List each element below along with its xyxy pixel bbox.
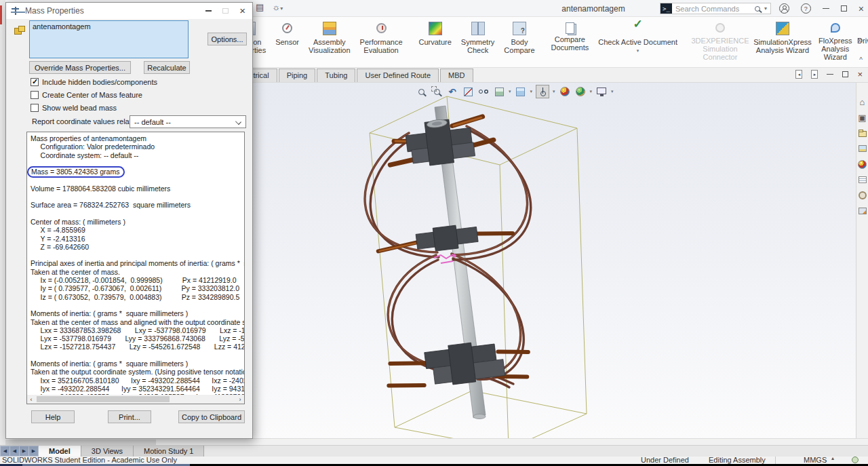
account-icon[interactable]	[779, 3, 789, 14]
view-palette-icon[interactable]	[857, 174, 868, 185]
check-active-document-caret-icon[interactable]: ▾	[637, 47, 639, 55]
results-line	[31, 210, 244, 218]
ribbon-symmetry-check[interactable]: Symmetry Check	[456, 17, 500, 67]
results-line: Taken at the center of mass and aligned …	[31, 318, 244, 326]
design-library-icon[interactable]	[857, 128, 868, 138]
view-orientation-button[interactable]	[536, 85, 549, 98]
ribbon-overflow-button[interactable]: »	[858, 35, 863, 45]
annotation-views-caret-icon[interactable]: ▾	[509, 89, 511, 94]
options-button[interactable]: Options...	[208, 33, 247, 45]
results-line: Z = -69.642660	[31, 243, 244, 251]
units-caret-icon[interactable]: ▴	[831, 455, 834, 461]
help-icon[interactable]: ?	[801, 3, 811, 14]
checkbox-include-hidden[interactable]: Include hidden bodies/components	[31, 78, 157, 86]
ribbon-body-compare[interactable]: Body Compare	[499, 17, 539, 67]
display-style-caret-icon[interactable]: ▾	[530, 89, 533, 94]
dialog-titlebar[interactable]: Mass Properties ×	[6, 3, 252, 19]
mass-properties-results[interactable]: Mass properties of antenamontagem Config…	[26, 132, 245, 404]
search-commands-box[interactable]: >_ Search Commands ▾	[660, 3, 771, 14]
custom-properties-icon[interactable]	[857, 190, 868, 201]
horizontal-scrollbar[interactable]	[0, 438, 868, 445]
next-document-icon[interactable]: ▸	[811, 70, 818, 79]
ribbon-check-active-document[interactable]: Check Active Document▾	[593, 17, 682, 67]
previous-document-icon[interactable]: ◂	[795, 70, 802, 79]
apply-scene-caret-icon[interactable]: ▾	[590, 89, 593, 94]
ribbon-compare-documents[interactable]: Compare Documents	[547, 17, 594, 67]
copy-to-clipboard-button[interactable]: Copy to Clipboard	[178, 410, 245, 423]
last-tab-icon[interactable]: ▶	[29, 446, 38, 456]
search-input[interactable]: Search Commands	[672, 5, 755, 13]
dialog-close-button[interactable]: ×	[239, 7, 245, 14]
document-close-button[interactable]: ×	[857, 71, 863, 78]
prev-tab-icon[interactable]: ◀	[10, 446, 19, 456]
tab-model[interactable]: Model	[39, 446, 81, 457]
checkbox-icon[interactable]	[31, 91, 39, 99]
annotation-views-icon[interactable]	[493, 85, 505, 98]
next-tab-icon[interactable]: ▶	[20, 446, 28, 456]
apply-scene-icon[interactable]	[574, 85, 587, 98]
tab-tubing[interactable]: Tubing	[317, 69, 355, 82]
checkbox-create-com-feature[interactable]: Create Center of Mass feature	[31, 91, 142, 99]
sensor-icon	[282, 23, 292, 33]
curvature-icon	[429, 22, 442, 35]
help-button[interactable]: Help	[31, 410, 75, 423]
tab-piping[interactable]: Piping	[279, 69, 316, 82]
file-explorer-icon[interactable]	[857, 143, 868, 154]
checkbox-icon[interactable]	[31, 104, 39, 112]
ribbon-simulationxpress-analysis-wizard[interactable]: SimulationXpress Analysis Wizard	[751, 17, 814, 67]
view-settings-icon[interactable]	[595, 85, 608, 98]
previous-view-icon[interactable]: ↶	[446, 85, 458, 98]
tab-3d-views[interactable]: 3D Views	[81, 446, 134, 457]
section-view-icon[interactable]	[462, 85, 474, 98]
ribbon-curvature[interactable]: Curvature	[414, 17, 456, 67]
document-minimize-button[interactable]	[827, 74, 833, 75]
checkbox-show-weld-bead-mass[interactable]: Show weld bead mass	[31, 104, 117, 112]
view-settings-caret-icon[interactable]: ▾	[611, 89, 614, 94]
home-icon[interactable]: ⌂	[857, 96, 868, 107]
search-icon[interactable]	[755, 6, 760, 12]
zoom-to-fit-icon[interactable]	[415, 85, 427, 98]
tag-icon[interactable]	[852, 457, 859, 463]
ribbon-collapse-button[interactable]: ^	[859, 56, 863, 64]
results-line	[31, 251, 244, 259]
ribbon-floxpress-analysis-wizard[interactable]: FloXpress Analysis Wizard	[814, 17, 857, 67]
edit-appearance-icon[interactable]	[559, 85, 571, 98]
appearances-scenes-icon[interactable]	[857, 159, 868, 170]
property-manager-icon[interactable]: ▤	[256, 2, 264, 12]
scroll-right-icon[interactable]: ›	[236, 396, 244, 403]
status-bar: SOLIDWORKS Student Edition - Academic Us…	[0, 457, 868, 464]
window-minimize-button[interactable]	[823, 8, 829, 9]
coordinate-system-dropdown[interactable]: -- default --	[130, 115, 246, 128]
window-restore-button[interactable]	[841, 5, 847, 12]
results-line: Principal axes of inertia and principal …	[31, 259, 244, 267]
tab-mbd[interactable]: MBD	[440, 69, 473, 82]
display-style-icon[interactable]	[515, 85, 527, 98]
tab-motion-study-1[interactable]: Motion Study 1	[134, 446, 204, 457]
tab-user-defined-route[interactable]: User Defined Route	[357, 69, 439, 82]
window-close-button[interactable]: ×	[859, 5, 864, 12]
checkbox-icon[interactable]	[31, 78, 39, 86]
recalculate-button[interactable]: Recalculate	[144, 61, 190, 74]
ribbon-performance-evaluation[interactable]: Performance Evaluation	[355, 17, 408, 67]
override-mass-properties-button[interactable]: Override Mass Properties...	[29, 61, 131, 74]
horizontal-scrollbar-thumb[interactable]	[5, 440, 156, 445]
ribbon-sensor[interactable]: Sensor	[271, 17, 304, 67]
scroll-left-icon[interactable]: ‹	[27, 396, 35, 403]
search-scope-caret-icon[interactable]: ▾	[764, 5, 767, 12]
dialog-minimize-button[interactable]	[205, 10, 212, 12]
units-selector[interactable]: MMGS	[804, 456, 827, 464]
document-restore-button[interactable]	[842, 71, 848, 77]
solidworks-resources-icon[interactable]: ▣	[857, 112, 868, 123]
forum-icon[interactable]	[857, 206, 868, 216]
options-gear-icon[interactable]: ☼▾	[272, 2, 283, 12]
zoom-to-area-icon[interactable]	[431, 85, 443, 98]
print-button[interactable]: Print...	[108, 410, 151, 423]
selected-item-field[interactable]: antenamontagem	[29, 20, 189, 58]
hide-show-items-icon[interactable]	[477, 85, 490, 98]
results-line: Configuration: Valor predeterminado	[31, 142, 244, 151]
results-scrollbar-thumb[interactable]	[37, 396, 170, 402]
first-tab-icon[interactable]: ◀	[1, 446, 9, 456]
view-orientation-caret-icon[interactable]: ▾	[553, 89, 555, 94]
results-scrollbar[interactable]: ‹ ›	[27, 395, 244, 404]
ribbon-assembly-visualization[interactable]: Assembly Visualization	[304, 17, 355, 67]
